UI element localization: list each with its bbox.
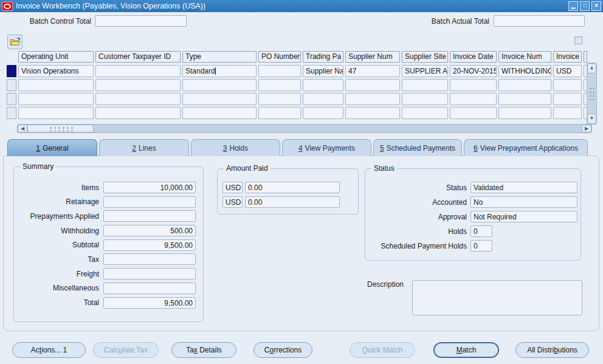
status-field[interactable]: Validated bbox=[470, 182, 577, 193]
miscellaneous-field[interactable] bbox=[103, 283, 196, 294]
all-distributions-button[interactable]: All Distributions bbox=[515, 342, 589, 358]
cell-po-number[interactable] bbox=[258, 93, 301, 105]
hscroll-thumb[interactable] bbox=[27, 125, 94, 132]
cell-invoice[interactable] bbox=[553, 107, 582, 119]
cell-invoice-num[interactable] bbox=[498, 79, 551, 91]
amount-paid-currency-field[interactable]: USD bbox=[222, 196, 243, 208]
cell-supplier-num[interactable]: 47 bbox=[345, 65, 400, 77]
tab-bar: 1General2Lines3Holds4View Payments5Sched… bbox=[7, 139, 590, 156]
record-selector[interactable] bbox=[7, 79, 16, 91]
scroll-right-icon[interactable]: ▶ bbox=[582, 125, 591, 132]
folder-tools-button[interactable] bbox=[7, 35, 22, 49]
calculate-tax-button: Calculate Tax bbox=[93, 342, 159, 358]
cell-type[interactable] bbox=[182, 79, 257, 91]
retainage-field[interactable] bbox=[103, 196, 196, 208]
tax-field[interactable] bbox=[103, 253, 196, 265]
record-selector[interactable] bbox=[7, 65, 16, 77]
tab-general[interactable]: 1General bbox=[7, 139, 97, 156]
cell-type[interactable] bbox=[182, 93, 257, 105]
header-checkbox[interactable] bbox=[574, 36, 582, 44]
invoice-row bbox=[7, 107, 589, 119]
scroll-grip bbox=[49, 126, 73, 131]
scroll-up-icon[interactable]: ▲ bbox=[587, 63, 596, 74]
column-header-trading-pa: Trading Pa bbox=[303, 51, 343, 63]
batch-control-total-field[interactable] bbox=[95, 15, 187, 27]
cell-invoice[interactable]: USD bbox=[553, 65, 582, 77]
cell-supplier-site[interactable] bbox=[402, 107, 448, 119]
cell-trading-pa[interactable] bbox=[303, 107, 343, 119]
scroll-down-icon[interactable]: ▼ bbox=[587, 114, 596, 124]
cell-invoice[interactable] bbox=[553, 79, 582, 91]
holds-field[interactable]: 0 bbox=[470, 225, 492, 237]
batch-actual-total-field[interactable] bbox=[494, 15, 585, 27]
cell-customer-taxpayer-id[interactable] bbox=[95, 93, 181, 105]
cell-operating-unit[interactable] bbox=[18, 79, 94, 91]
close-button[interactable]: ✕ bbox=[591, 1, 601, 11]
tab-view-payments[interactable]: 4View Payments bbox=[282, 139, 371, 156]
cell-supplier-num[interactable] bbox=[345, 107, 400, 119]
approval-field[interactable]: Not Required bbox=[470, 211, 577, 222]
column-header-operating-unit: Operating Unit bbox=[18, 51, 94, 63]
amount-paid-currency-field[interactable]: USD bbox=[222, 182, 243, 193]
prepayments-applied-field[interactable] bbox=[103, 210, 196, 222]
cell-operating-unit[interactable] bbox=[18, 93, 94, 105]
cell-supplier-site[interactable] bbox=[402, 93, 448, 105]
accounted-field[interactable]: No bbox=[470, 196, 577, 208]
scheduled-payment-holds-field[interactable]: 0 bbox=[470, 240, 492, 252]
cell-invoice-date[interactable] bbox=[450, 79, 497, 91]
status-row: AccountedNo bbox=[365, 196, 581, 208]
cell-trading-pa[interactable]: Supplier Na bbox=[303, 65, 343, 77]
actions-1-button[interactable]: Actions... 1 bbox=[12, 342, 86, 358]
cell-po-number[interactable] bbox=[258, 65, 301, 77]
tab-scheduled-payments[interactable]: 5Scheduled Payments bbox=[373, 139, 462, 156]
cell-type[interactable] bbox=[182, 107, 257, 119]
tab-holds[interactable]: 3Holds bbox=[191, 139, 280, 156]
vscroll-track[interactable] bbox=[587, 74, 596, 114]
cell-customer-taxpayer-id[interactable] bbox=[95, 65, 181, 77]
tab-lines[interactable]: 2Lines bbox=[99, 139, 189, 156]
cell-supplier-site[interactable]: SUPPLIER A bbox=[402, 65, 448, 77]
cell-operating-unit[interactable]: Vision Operations bbox=[18, 65, 94, 77]
cell-supplier-site[interactable] bbox=[402, 79, 448, 91]
description-field[interactable] bbox=[412, 280, 582, 315]
tab-view-prepayment-applications[interactable]: 6View Prepayment Applications bbox=[464, 139, 588, 156]
items-field[interactable]: 10,000.00 bbox=[103, 182, 196, 193]
amount-paid-amount-field[interactable]: 0.00 bbox=[245, 182, 340, 193]
cell-invoice-num[interactable]: WITHHOLDING bbox=[498, 65, 551, 77]
cell-supplier-num[interactable] bbox=[345, 79, 400, 91]
record-selector[interactable] bbox=[7, 93, 16, 105]
cell-invoice-num[interactable] bbox=[498, 107, 551, 119]
cell-po-number[interactable] bbox=[258, 79, 301, 91]
record-selector[interactable] bbox=[7, 107, 16, 119]
cell-invoice[interactable] bbox=[553, 93, 582, 105]
grid-horizontal-scrollbar[interactable]: ◀ ▶ bbox=[17, 124, 592, 133]
cell-operating-unit[interactable] bbox=[18, 107, 94, 119]
withholding-field[interactable]: 500.00 bbox=[103, 225, 196, 236]
freight-field[interactable] bbox=[103, 268, 196, 280]
corrections-button[interactable]: Corrections bbox=[253, 342, 312, 358]
total-field[interactable]: 9,500.00 bbox=[103, 297, 196, 309]
cell-invoice-date[interactable] bbox=[450, 107, 497, 119]
cell-invoice-date[interactable]: 20-NOV-2015 bbox=[450, 65, 497, 77]
cell-trading-pa[interactable] bbox=[303, 93, 343, 105]
cell-po-number[interactable] bbox=[258, 107, 301, 119]
cell-customer-taxpayer-id[interactable] bbox=[95, 107, 181, 119]
maximize-button[interactable]: □ bbox=[580, 1, 590, 11]
cell-trading-pa[interactable] bbox=[303, 79, 343, 91]
selector-header-spacer bbox=[7, 51, 16, 63]
match-button[interactable]: Match bbox=[433, 342, 499, 358]
maximize-icon: □ bbox=[583, 2, 586, 9]
tax-details-button[interactable]: Tax Details bbox=[171, 342, 236, 358]
grid-vertical-scrollbar[interactable]: ▲ ▼ bbox=[587, 63, 597, 125]
retainage-label: Retainage bbox=[14, 197, 103, 206]
cell-customer-taxpayer-id[interactable] bbox=[95, 79, 181, 91]
amount-paid-amount-field[interactable]: 0.00 bbox=[245, 196, 340, 208]
minimize-button[interactable]: ▁ bbox=[568, 1, 578, 11]
cell-supplier-num[interactable] bbox=[345, 93, 400, 105]
cell-invoice-num[interactable] bbox=[498, 93, 551, 105]
scroll-left-icon[interactable]: ◀ bbox=[18, 125, 27, 132]
cell-invoice-date[interactable] bbox=[450, 93, 497, 105]
subtotal-field[interactable]: 9,500.00 bbox=[103, 239, 196, 251]
column-header-invoice-date: Invoice Date bbox=[450, 51, 497, 63]
cell-type[interactable]: Standard bbox=[182, 65, 257, 77]
